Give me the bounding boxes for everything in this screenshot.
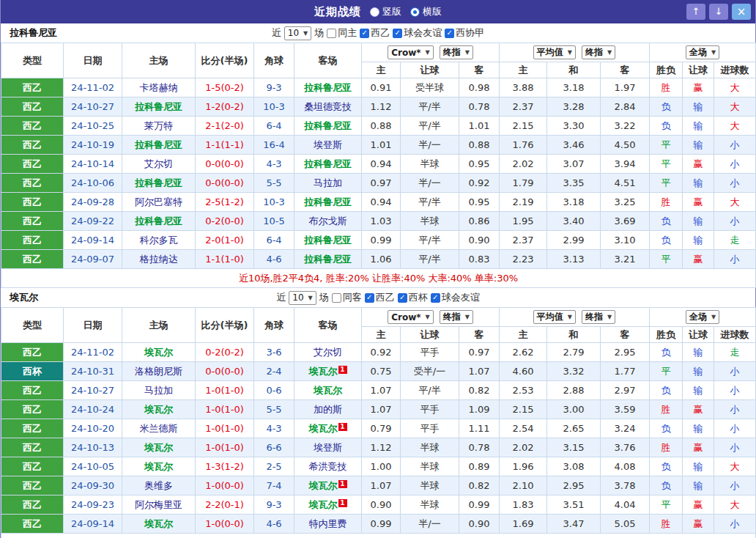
home-team-cell[interactable]: 拉科鲁尼亚 [122,136,196,155]
date-cell: 24-10-20 [64,419,122,438]
league-filter-1[interactable]: ✓ 西杯 [398,291,428,304]
league-filter-0[interactable]: ✓ 西乙 [360,26,390,40]
away-team-cell[interactable]: 拉科鲁尼亚 [294,250,362,269]
corner-cell: 9-3 [254,78,294,97]
handicap-line-cell: 半球 [401,212,459,231]
avg-draw-odds-cell: 3.08 [547,457,601,476]
away-team-cell[interactable]: 埃登斯 [294,136,362,155]
match-row: 西乙24-10-20米兰德斯1-0(1-0)4-3埃瓦尔10.79平手1.112… [1,419,756,438]
away-team-cell[interactable]: 拉科鲁尼亚 [294,117,362,136]
avg-away-odds-cell: 3.59 [601,400,650,419]
handicap-final-odds-select[interactable]: 终指▼ [440,310,473,324]
date-cell: 24-09-23 [64,495,122,515]
home-team-cell[interactable]: 洛格朗尼斯 [122,362,196,381]
home-team-cell[interactable]: 阿尔梅里亚 [122,495,196,515]
europe-final-odds-select[interactable]: 终指▼ [582,310,615,324]
league-filter-0[interactable]: ✓ 西乙 [365,291,395,304]
full-match-select[interactable]: 全场▼ [686,310,719,324]
away-team-cell[interactable]: 埃登斯 [294,438,362,457]
home-team-cell[interactable]: 格拉纳达 [122,250,196,269]
close-button[interactable]: × [732,4,751,20]
same-venue-filter[interactable]: 同主 [327,26,357,40]
match-count-select[interactable]: 10 ▼ [284,26,311,40]
corner-cell: 10-3 [254,97,294,117]
away-team-cell[interactable]: 拉科鲁尼亚 [294,193,362,212]
away-team-cell[interactable]: 桑坦德竞技 [294,97,362,117]
layout-radio-vertical[interactable]: 竖版 [370,5,401,18]
home-team-cell[interactable]: 奥维多 [122,476,196,495]
avg-away-odds-cell: 4.04 [601,495,650,515]
average-select[interactable]: 平均值▼ [533,310,576,324]
checkbox-icon [332,293,341,303]
home-team-cell[interactable]: 马拉加 [122,381,196,400]
away-team-cell[interactable]: 拉科鲁尼亚 [294,155,362,174]
home-team-cell[interactable]: 埃瓦尔 [122,515,196,534]
results-table: 类型 日期 主场 比分(半场) 角球 客场 Crow*▼ 终指▼ 平均值 [1,43,756,288]
result-cell: 胜 [650,438,683,457]
away-team-cell[interactable]: 艾尔切 [294,343,362,362]
home-team-cell[interactable]: 米兰德斯 [122,419,196,438]
col-header-type: 类型 [1,43,64,78]
bookmaker-select[interactable]: Crow*▼ [388,45,434,59]
handicap-final-odds-select[interactable]: 终指▼ [440,45,473,59]
away-team-cell[interactable]: 加的斯 [294,400,362,419]
home-team-cell[interactable]: 埃瓦尔 [122,438,196,457]
league-filter-2[interactable]: ✓ 球会友谊 [431,291,480,304]
home-team-cell[interactable]: 拉科鲁尼亚 [122,97,196,117]
average-select[interactable]: 平均值▼ [533,45,576,59]
full-match-select[interactable]: 全场▼ [686,45,719,59]
away-team-cell[interactable]: 希洪竞技 [294,457,362,476]
home-team-cell[interactable]: 埃瓦尔 [122,457,196,476]
scope-dropdown-group: 全场▼ [650,308,756,327]
chevron-down-icon: ▼ [568,314,572,320]
avg-away-odds-cell: 2.95 [601,343,650,362]
avg-draw-odds-cell: 3.30 [547,117,601,136]
summary-row: 近10场,胜3平2负5, 胜率:30% 让胜率:40% 大率:20% 单率:60… [1,534,756,538]
titlebar: 近期战绩 竖版 横版 ↑ ↓ × [1,0,755,23]
handicap-line-cell: 半球 [401,476,459,495]
home-team-cell[interactable]: 埃瓦尔 [122,400,196,419]
away-team-cell[interactable]: 埃瓦尔 [294,381,362,400]
away-team-cell[interactable]: 马拉加 [294,174,362,193]
result-cell: 平 [650,136,683,155]
away-team-cell[interactable]: 拉科鲁尼亚 [294,78,362,97]
away-team-cell[interactable]: 拉科鲁尼亚 [294,231,362,250]
match-count-select[interactable]: 10 ▼ [289,291,316,305]
away-team-cell[interactable]: 埃瓦尔1 [294,362,362,381]
handicap-line-cell: 半球 [401,495,459,515]
handicap-line-cell: 平/半 [401,97,459,117]
corner-cell: 4-6 [254,250,294,269]
handicap-away-odds-cell: 1.01 [459,117,500,136]
home-team-cell[interactable]: 卡塔赫纳 [122,78,196,97]
away-team-cell[interactable]: 埃瓦尔1 [294,419,362,438]
col-header-corner: 角球 [254,308,294,343]
avg-home-odds-cell: 1.76 [500,136,547,155]
home-team-cell[interactable]: 拉科鲁尼亚 [122,212,196,231]
same-venue-filter[interactable]: 同客 [332,291,362,304]
home-team-cell[interactable]: 埃瓦尔 [122,343,196,362]
league-filter-2[interactable]: ✓ 西协甲 [445,26,484,40]
away-team-cell[interactable]: 特内里费 [294,515,362,534]
layout-radio-horizontal[interactable]: 横版 [410,5,442,18]
handicap-result-cell: 赢 [683,250,714,269]
bookmaker-select[interactable]: Crow*▼ [388,310,434,324]
scroll-up-button[interactable]: ↑ [686,4,705,20]
home-team-cell[interactable]: 拉科鲁尼亚 [122,174,196,193]
home-team-cell[interactable]: 阿尔巴塞特 [122,193,196,212]
away-team-cell[interactable]: 埃瓦尔1 [294,495,362,515]
handicap-home-odds-cell: 0.75 [362,362,401,381]
corner-cell: 2-4 [254,362,294,381]
handicap-result-cell: 输 [683,97,714,117]
league-filter-1[interactable]: ✓ 球会友谊 [393,26,442,40]
home-team-cell[interactable]: 科尔多瓦 [122,231,196,250]
match-row: 西乙24-11-02卡塔赫纳1-5(0-2)9-3拉科鲁尼亚0.91受半球0.9… [1,78,756,97]
away-team-cell[interactable]: 埃瓦尔1 [294,476,362,495]
result-cell: 负 [650,419,683,438]
scroll-down-button[interactable]: ↓ [709,4,728,20]
europe-final-odds-select[interactable]: 终指▼ [582,45,615,59]
checkbox-icon [327,29,336,38]
avg-draw-odds-cell: 3.51 [547,495,601,515]
home-team-cell[interactable]: 艾尔切 [122,155,196,174]
away-team-cell[interactable]: 布尔戈斯 [294,212,362,231]
home-team-cell[interactable]: 莱万特 [122,117,196,136]
